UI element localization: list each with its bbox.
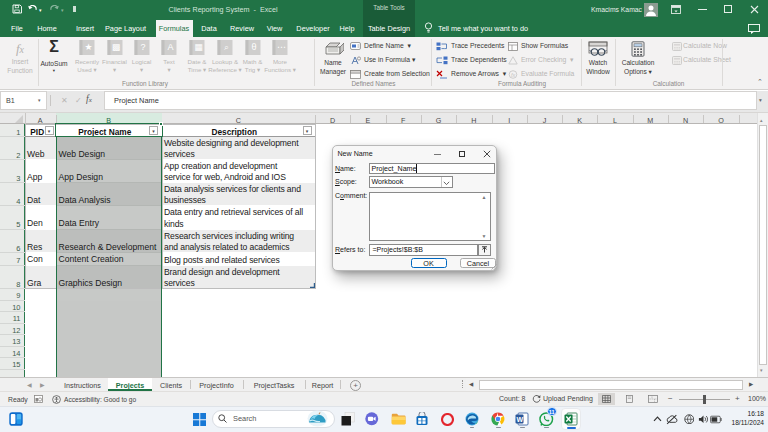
svg-text:W: W (517, 416, 524, 423)
svg-text:fx: fx (511, 71, 516, 77)
